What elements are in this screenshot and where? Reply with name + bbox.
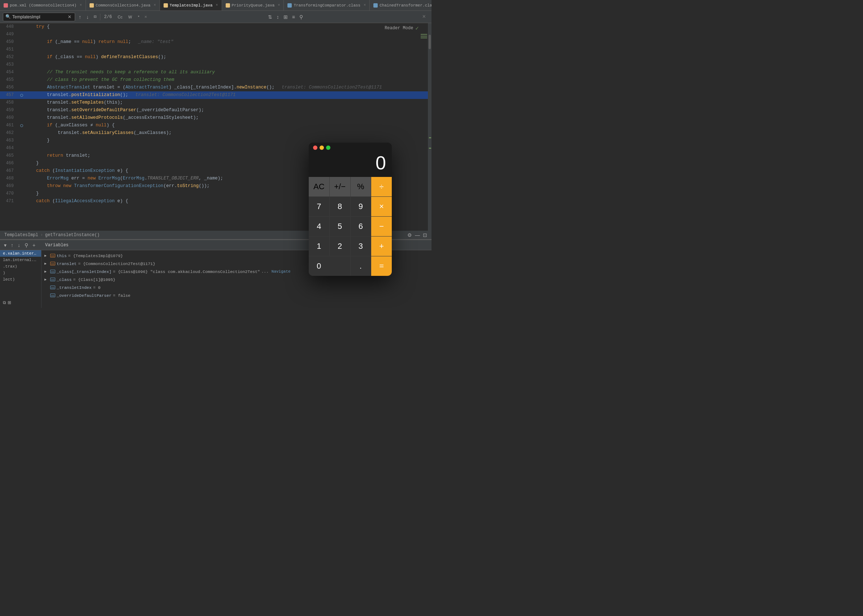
calc-close-button[interactable] (313, 146, 318, 150)
replace-icon: ⊡ (94, 14, 96, 19)
tab-priority[interactable]: PriorityQueue.java × (222, 0, 284, 11)
debug-add-button[interactable]: + (31, 242, 37, 249)
search-case-button[interactable]: Cc (116, 14, 124, 20)
calc-key-plus[interactable]: + (371, 237, 392, 256)
var-navigate-button[interactable]: Navigate (272, 269, 291, 274)
search-regex-button[interactable]: * (136, 14, 141, 20)
line-num-456: 456 (0, 84, 18, 91)
search-input[interactable] (12, 14, 66, 19)
tab-chained[interactable]: ChainedTransformer.class × (370, 0, 432, 11)
var-item-translet-index[interactable]: oo _transletIndex = 0 (41, 283, 432, 291)
calc-key-decimal[interactable]: . (351, 256, 371, 276)
layout-button[interactable]: ⊡ (423, 232, 427, 238)
sidebar-item-2[interactable]: .trax) (0, 263, 41, 270)
line-code-461: if (_auxClasses ≠ null) { (25, 122, 432, 129)
tab-commons[interactable]: CommonsCollection4.java × (86, 0, 160, 11)
calc-key-5[interactable]: 5 (330, 217, 350, 236)
tab-transforming-close[interactable]: × (364, 3, 366, 7)
search-clear-button[interactable]: × (68, 14, 71, 20)
line-code-450: if (_name == null) return null;_name: "t… (25, 38, 432, 46)
debug-down-button[interactable]: ↓ (16, 242, 22, 249)
calc-key-1[interactable]: 1 (309, 237, 329, 256)
search-tool2-button[interactable]: ↕ (275, 13, 281, 20)
calc-key-percent[interactable]: % (351, 177, 371, 196)
search-tool4-button[interactable]: ≡ (291, 13, 296, 20)
calc-key-8[interactable]: 8 (330, 197, 350, 216)
calc-key-multiply[interactable]: × (371, 197, 392, 216)
sidebar-item-4[interactable]: lect) (0, 276, 41, 283)
search-tool1-button[interactable]: ⇅ (266, 13, 274, 20)
debug-filter-button[interactable]: ⚲ (23, 242, 30, 249)
tab-commons-label: CommonsCollection4.java (96, 3, 151, 8)
tab-transforming-label: TransformingComparator.class (294, 3, 360, 8)
calc-minimize-button[interactable] (319, 146, 324, 150)
line-num-457: 457 (0, 91, 18, 99)
var-val-translet-index: = 0 (93, 285, 101, 290)
calc-display: 0 (309, 153, 392, 177)
calc-key-ac[interactable]: AC (309, 177, 329, 196)
var-item-class[interactable]: ▶ oo _class = {Class[1]@1095} (41, 275, 432, 283)
reader-mode-label: Reader Mode (385, 26, 413, 31)
calc-key-4[interactable]: 4 (309, 217, 329, 236)
search-count: 2/6 (104, 14, 112, 19)
commons-icon (90, 3, 94, 8)
reader-mode-check-icon[interactable]: ✓ (415, 25, 419, 32)
tab-bar: pom.xml (CommonsCollection4) × CommonsCo… (0, 0, 432, 11)
debug-dropdown-button[interactable]: ▾ (2, 242, 8, 249)
tab-templates[interactable]: TemplatesImpl.java × (160, 0, 222, 11)
calc-key-minus[interactable]: − (371, 217, 392, 236)
chained-icon (373, 3, 378, 8)
calc-key-0[interactable]: 0 (309, 256, 350, 276)
sidebar-bottom-icons: ⧉ ⊞ (3, 300, 11, 305)
breakpoint-457[interactable] (20, 94, 23, 97)
calc-key-6[interactable]: 6 (351, 217, 371, 236)
var-icon-translet: oo (50, 262, 55, 266)
tab-priority-close[interactable]: × (278, 3, 280, 7)
search-prev-button[interactable]: ↑ (77, 13, 83, 20)
search-icon: 🔍 (5, 14, 11, 19)
calc-key-3[interactable]: 3 (351, 237, 371, 256)
calc-key-equals[interactable]: = (371, 256, 392, 276)
close-panel-button[interactable]: — (415, 232, 420, 238)
copy-button[interactable]: ⧉ (3, 300, 6, 305)
search-close-button[interactable]: × (422, 14, 429, 20)
calc-key-2[interactable]: 2 (330, 237, 350, 256)
calc-key-9[interactable]: 9 (351, 197, 371, 216)
tab-pom-label: pom.xml (CommonsCollection4) (10, 3, 77, 8)
var-item-override-parser[interactable]: oo _overrideDefaultParser = false (41, 291, 432, 299)
line-num-464: 464 (0, 145, 18, 152)
line-num-463: 463 (0, 137, 18, 145)
line-num-460: 460 (0, 114, 18, 122)
line-num-461: 461 (0, 122, 18, 129)
var-name-class: _class (57, 277, 71, 282)
var-val-class: = {Class[1]@1095} (73, 277, 115, 282)
calc-key-sign[interactable]: +/− (330, 177, 350, 196)
tab-templates-close[interactable]: × (216, 3, 218, 7)
var-expand-translet: ▶ (44, 261, 49, 266)
tab-pom[interactable]: pom.xml (CommonsCollection4) × (0, 0, 86, 11)
search-next-button[interactable]: ↓ (85, 13, 90, 20)
scrollbar-thumb[interactable] (429, 35, 431, 49)
line-code-460: translet.setAllowedProtocols(_accessExte… (25, 114, 432, 122)
var-name-this: this (57, 253, 67, 258)
tab-pom-close[interactable]: × (80, 3, 82, 7)
tab-commons-close[interactable]: × (154, 3, 156, 7)
calc-maximize-button[interactable] (326, 146, 330, 150)
debug-up-button[interactable]: ↑ (9, 242, 15, 249)
search-filter-button[interactable]: ⚲ (298, 13, 304, 20)
priority-icon (226, 3, 230, 8)
right-scrollbar[interactable] (428, 23, 432, 231)
search-tool3-button[interactable]: ⊞ (282, 13, 289, 20)
calc-key-7[interactable]: 7 (309, 197, 329, 216)
sidebar-item-1[interactable]: lan.internal.xsl. (0, 257, 41, 263)
calc-key-divide[interactable]: ÷ (371, 177, 392, 196)
tab-transforming[interactable]: TransformingComparator.class × (284, 0, 370, 11)
search-word-button[interactable]: W (126, 14, 134, 20)
breakpoint-461[interactable] (20, 124, 23, 127)
calculator: 0 AC +/− % ÷ 7 8 9 × 4 5 6 − 1 2 3 + 0 . (309, 143, 392, 276)
expand-button[interactable]: ⊞ (8, 300, 11, 305)
sidebar-item-3[interactable]: ) (0, 270, 41, 276)
tab-chained-label: ChainedTransformer.class (379, 3, 432, 8)
sidebar-item-0[interactable]: e.xalan.internal. (0, 250, 41, 257)
settings-button[interactable]: ⚙ (407, 232, 412, 238)
